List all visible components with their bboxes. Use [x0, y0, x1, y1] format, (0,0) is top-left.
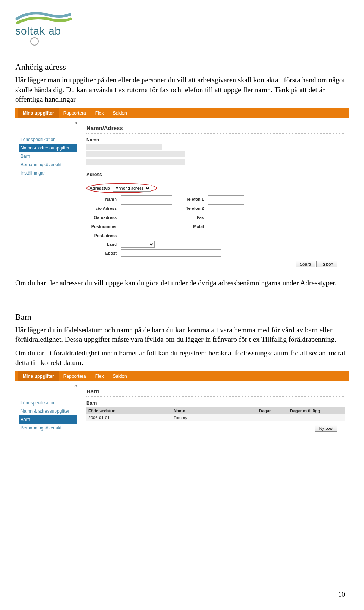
- cell-date: 2006-01-01: [86, 414, 172, 421]
- sidebar-item-namn[interactable]: Namn & adressuppgifter: [19, 144, 77, 152]
- section1-title: Anhörig adress: [15, 62, 349, 72]
- lbl-mobil: Mobil: [177, 224, 204, 229]
- delete-button[interactable]: Ta bort: [316, 261, 337, 267]
- nav2-tab-flex[interactable]: Flex: [91, 371, 108, 381]
- barn-sub: Barn: [86, 401, 345, 406]
- save-button[interactable]: Spara: [296, 261, 315, 267]
- lbl-gatu: Gatuadress: [86, 215, 117, 220]
- lbl-epost: Epost: [86, 251, 117, 255]
- lbl-postnr: Postnummer: [86, 224, 117, 229]
- input-mobil[interactable]: [208, 223, 244, 230]
- nav-bar: Mina uppgifter Rapportera Flex Saldon: [15, 108, 349, 118]
- th-dagar-tillagg: Dagar m tillägg: [288, 407, 345, 414]
- adresstyp-select[interactable]: Anhörig adress: [113, 185, 151, 192]
- sidebar2-namn[interactable]: Namn & adressuppgifter: [19, 407, 77, 415]
- sidebar-item-barn[interactable]: Barn: [19, 152, 77, 160]
- lbl-namn: Namn: [86, 197, 117, 201]
- logo: soltak ab: [15, 8, 349, 47]
- section2-para1: Här lägger du in födelsedatum och namn p…: [15, 325, 349, 344]
- mid-para: Om du har fler adresser du vill uppge ka…: [15, 278, 349, 288]
- cell-dagar: [257, 414, 288, 421]
- nav-tab-mina[interactable]: Mina uppgifter: [18, 108, 59, 118]
- page-number: 10: [338, 591, 345, 599]
- table-row[interactable]: 2006-01-01 Tommy: [86, 414, 345, 421]
- input-postnr[interactable]: [121, 223, 172, 230]
- section2-para2: Om du tar ut föräldraledighet innan barn…: [15, 348, 349, 368]
- select-land[interactable]: [121, 241, 155, 248]
- barn-table: Födelsedatum Namn Dagar Dagar m tillägg …: [86, 407, 345, 421]
- screenshot-anhorig: Mina uppgifter Rapportera Flex Saldon « …: [15, 108, 349, 271]
- input-gatu[interactable]: [121, 214, 172, 221]
- nav2-tab-rapportera[interactable]: Rapportera: [59, 371, 91, 381]
- lbl-postadr: Postadress: [86, 233, 117, 238]
- logo-dot-icon: [30, 37, 39, 46]
- input-tel1[interactable]: [208, 195, 244, 203]
- input-fax[interactable]: [208, 214, 244, 221]
- input-tel2[interactable]: [208, 204, 244, 212]
- cell-name: Tommy: [172, 414, 257, 421]
- lbl-co: c/o Adress: [86, 206, 117, 211]
- nav-tab-rapportera[interactable]: Rapportera: [59, 108, 91, 118]
- th-fodelse: Födelsedatum: [86, 407, 172, 414]
- adresstyp-highlight: Adresstyp Anhörig adress: [86, 183, 157, 193]
- sidebar-item-lonespec[interactable]: Lönespecifikation: [19, 135, 77, 144]
- name-row3: [86, 159, 185, 165]
- logo-text: soltak ab: [15, 25, 349, 37]
- lbl-tel2: Telefon 2: [177, 206, 204, 211]
- nav2-tab-saldon[interactable]: Saldon: [108, 371, 131, 381]
- nav2-tab-mina[interactable]: Mina uppgifter: [18, 371, 59, 381]
- cell-dagar-t: [288, 414, 345, 421]
- section1-para: Här lägger man in uppgifter på den eller…: [15, 75, 349, 104]
- new-post-button[interactable]: Ny post: [315, 425, 337, 432]
- name-row2: [86, 151, 185, 157]
- sidebar-item-installningar[interactable]: Inställningar: [19, 169, 77, 177]
- input-co[interactable]: [121, 204, 172, 212]
- sub-namn: Namn: [86, 137, 345, 143]
- section2-title: Barn: [15, 312, 349, 322]
- nav-bar-2: Mina uppgifter Rapportera Flex Saldon: [15, 371, 349, 381]
- sidebar2-bemanning[interactable]: Bemanningsöversikt: [19, 424, 77, 432]
- input-namn[interactable]: [121, 195, 172, 203]
- input-epost[interactable]: [121, 249, 221, 257]
- nav-tab-saldon[interactable]: Saldon: [108, 108, 131, 118]
- lbl-land: Land: [86, 242, 117, 247]
- th-dagar: Dagar: [257, 407, 288, 414]
- form-section-title: Namn/Adress: [86, 125, 345, 131]
- sub-adress: Adress: [86, 172, 345, 177]
- collapse-icon[interactable]: «: [74, 119, 77, 126]
- collapse-icon-2[interactable]: «: [74, 383, 77, 389]
- sidebar2-barn[interactable]: Barn: [19, 415, 77, 424]
- name-row1: [86, 144, 162, 150]
- lbl-tel1: Telefon 1: [177, 197, 204, 201]
- logo-swoosh-icon: [15, 8, 72, 25]
- barn-title: Barn: [86, 388, 345, 395]
- sidebar2-lonespec[interactable]: Lönespecifikation: [19, 399, 77, 407]
- sidebar-item-bemanning[interactable]: Bemanningsöversikt: [19, 160, 77, 169]
- th-namn: Namn: [172, 407, 257, 414]
- adresstyp-label: Adresstyp: [89, 186, 110, 190]
- lbl-fax: Fax: [177, 215, 204, 220]
- nav-tab-flex[interactable]: Flex: [91, 108, 108, 118]
- input-postadr[interactable]: [121, 232, 172, 239]
- screenshot-barn: Mina uppgifter Rapportera Flex Saldon « …: [15, 371, 349, 436]
